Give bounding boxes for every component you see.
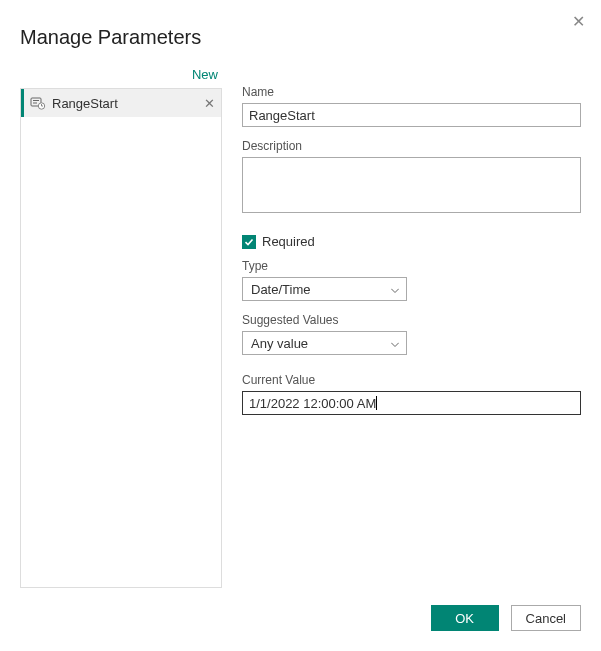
type-label: Type bbox=[242, 259, 581, 273]
cancel-button[interactable]: Cancel bbox=[511, 605, 581, 631]
name-label: Name bbox=[242, 85, 581, 99]
type-select-value: Date/Time bbox=[251, 282, 310, 297]
form-panel: Name Description Required Type Date/Time bbox=[242, 65, 581, 588]
name-input[interactable] bbox=[242, 103, 581, 127]
required-checkbox[interactable] bbox=[242, 235, 256, 249]
current-value-input[interactable]: 1/1/2022 12:00:00 AM bbox=[242, 391, 581, 415]
dialog-title: Manage Parameters bbox=[20, 26, 581, 49]
suggested-values-select-value: Any value bbox=[251, 336, 308, 351]
description-input[interactable] bbox=[242, 157, 581, 213]
new-link[interactable]: New bbox=[20, 65, 222, 88]
type-select[interactable]: Date/Time bbox=[242, 277, 407, 301]
parameter-list: RangeStart ✕ bbox=[20, 88, 222, 588]
delete-icon[interactable]: ✕ bbox=[204, 96, 215, 111]
sidebar: New RangeStart ✕ bbox=[20, 65, 222, 588]
ok-button[interactable]: OK bbox=[431, 605, 499, 631]
suggested-values-label: Suggested Values bbox=[242, 313, 581, 327]
parameter-item-label: RangeStart bbox=[52, 96, 204, 111]
close-icon[interactable]: ✕ bbox=[572, 12, 585, 31]
text-cursor bbox=[376, 396, 377, 410]
description-label: Description bbox=[242, 139, 581, 153]
suggested-values-select[interactable]: Any value bbox=[242, 331, 407, 355]
parameter-icon bbox=[30, 95, 46, 111]
parameter-item[interactable]: RangeStart ✕ bbox=[21, 89, 221, 117]
current-value-label: Current Value bbox=[242, 373, 581, 387]
current-value-text: 1/1/2022 12:00:00 AM bbox=[249, 396, 376, 411]
required-label: Required bbox=[262, 234, 315, 249]
